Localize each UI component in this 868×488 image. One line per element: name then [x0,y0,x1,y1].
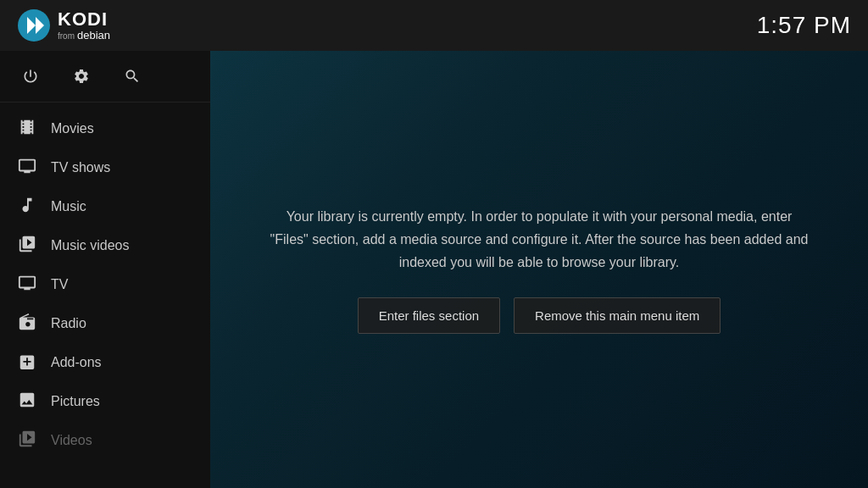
music-videos-icon [17,235,37,257]
settings-icon [73,68,90,85]
sidebar: Movies TV shows Music Musi [0,51,210,488]
kodi-brand-name: KODI [58,9,110,30]
search-button[interactable] [119,63,146,90]
music-videos-label: Music videos [51,238,129,253]
kodi-debian-label: debian [77,30,110,42]
pictures-label: Pictures [51,394,100,409]
power-icon [22,68,39,85]
music-label: Music [51,199,86,214]
settings-button[interactable] [68,63,95,90]
sidebar-item-add-ons[interactable]: Add-ons [0,343,210,382]
sidebar-nav: Movies TV shows Music Musi [0,103,210,488]
top-bar: KODI from debian 1:57 PM [0,0,868,51]
sidebar-item-movies[interactable]: Movies [0,109,210,148]
tv-icon [17,274,37,296]
movies-icon [17,118,37,140]
kodi-from-label: from [58,31,75,41]
sidebar-item-videos[interactable]: Videos [0,421,210,460]
sidebar-item-music[interactable]: Music [0,187,210,226]
tv-shows-icon [17,157,37,179]
enter-files-button[interactable]: Enter files section [358,297,500,334]
sidebar-item-tv[interactable]: TV [0,265,210,304]
remove-menu-item-button[interactable]: Remove this main menu item [514,297,721,334]
sidebar-item-tv-shows[interactable]: TV shows [0,148,210,187]
logo-text-group: KODI from debian [58,9,110,42]
content-area: Your library is currently empty. In orde… [210,51,868,488]
videos-label: Videos [51,433,92,448]
tv-label: TV [51,277,68,292]
power-button[interactable] [17,63,44,90]
add-ons-icon [17,352,37,374]
clock-display: 1:57 PM [757,12,851,39]
videos-icon [17,430,37,452]
logo-area: KODI from debian [17,8,110,42]
sidebar-item-music-videos[interactable]: Music videos [0,226,210,265]
empty-library-box: Your library is currently empty. In orde… [234,171,844,369]
pictures-icon [17,391,37,413]
kodi-logo-icon [17,8,51,42]
empty-library-text: Your library is currently empty. In orde… [268,205,810,274]
movies-label: Movies [51,121,94,136]
music-icon [17,196,37,218]
sidebar-item-pictures[interactable]: Pictures [0,382,210,421]
tv-shows-label: TV shows [51,160,110,175]
add-ons-label: Add-ons [51,355,102,370]
radio-label: Radio [51,316,86,331]
sidebar-item-radio[interactable]: Radio [0,304,210,343]
sidebar-top-icons [0,51,210,103]
action-buttons: Enter files section Remove this main men… [268,297,810,334]
main-layout: Movies TV shows Music Musi [0,51,868,488]
radio-icon [17,313,37,335]
search-icon [124,68,141,85]
